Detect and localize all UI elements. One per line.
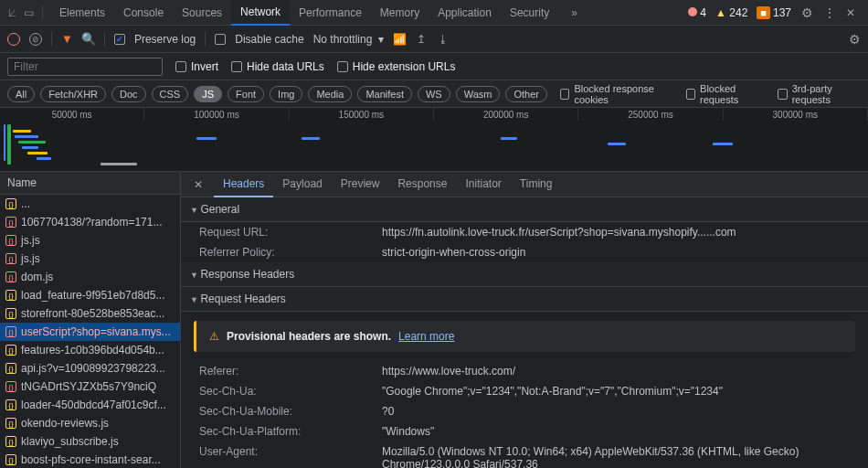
panel-tab-sources[interactable]: Sources: [173, 1, 231, 25]
blocked-cookies-checkbox[interactable]: [560, 89, 569, 100]
inspect-icon[interactable]: ⟀: [5, 6, 18, 19]
panel-tab-console[interactable]: Console: [114, 1, 173, 25]
upload-icon[interactable]: ↥: [415, 33, 428, 46]
type-filter-wasm[interactable]: Wasm: [456, 86, 501, 102]
network-settings-icon[interactable]: ⚙: [848, 33, 861, 46]
panel-tab-performance[interactable]: Performance: [290, 1, 371, 25]
type-filter-all[interactable]: All: [7, 86, 35, 102]
type-filter-font[interactable]: Font: [228, 86, 264, 102]
request-row[interactable]: {}js.js: [0, 250, 180, 268]
type-filter-other[interactable]: Other: [505, 86, 547, 102]
general-section-header[interactable]: General: [181, 197, 868, 222]
request-row[interactable]: {}storefront-80e528be853eac...: [0, 304, 180, 323]
type-filter-fetchxhr[interactable]: Fetch/XHR: [40, 86, 106, 102]
type-filter-media[interactable]: Media: [308, 86, 352, 102]
request-headers-section-header[interactable]: Request Headers: [181, 287, 868, 312]
detail-tab-headers[interactable]: Headers: [214, 172, 273, 197]
download-icon[interactable]: ⭳: [437, 33, 450, 46]
resource-icon: {}: [5, 454, 16, 465]
device-toggle-icon[interactable]: ▭: [22, 6, 35, 19]
disable-cache-checkbox[interactable]: [215, 34, 226, 45]
waterfall-overview[interactable]: 50000 ms100000 ms150000 ms200000 ms25000…: [0, 108, 868, 172]
type-filter-img[interactable]: Img: [270, 86, 302, 102]
request-name: js.js: [21, 252, 40, 265]
messages-indicator[interactable]: ■137: [757, 6, 791, 19]
request-row[interactable]: {}api.js?v=109089923798223...: [0, 359, 180, 378]
timeline-tick: 250000 ms: [578, 108, 723, 121]
request-row[interactable]: {}klaviyo_subscribe.js: [0, 432, 180, 451]
divider: [51, 32, 52, 47]
warning-icon: ⚠: [209, 330, 219, 343]
waterfall-body: [0, 121, 868, 172]
kebab-icon[interactable]: ⋮: [822, 6, 835, 19]
network-main: Name {}...{}1067704138/?random=171...{}j…: [0, 172, 868, 468]
request-row[interactable]: {}loader-450dbdcd47af01c9cf...: [0, 396, 180, 414]
timeline-tick: 50000 ms: [0, 108, 144, 121]
resource-icon: {}: [5, 418, 16, 429]
request-row[interactable]: {}features-1c0b396bd4d054b...: [0, 341, 180, 359]
blocked-requests-checkbox[interactable]: [686, 89, 695, 100]
request-name: klaviyo_subscribe.js: [21, 435, 119, 448]
hide-data-checkbox[interactable]: [231, 61, 242, 72]
banner-text: Provisional headers are shown.: [227, 330, 391, 343]
request-row[interactable]: {}tNGADrtSYJZXb5s7Y9nciQ: [0, 378, 180, 396]
request-row[interactable]: {}load_feature-9f951eb7d8d5...: [0, 286, 180, 304]
clear-button[interactable]: ⊘: [29, 33, 42, 46]
request-row[interactable]: {}boost-pfs-core-instant-sear...: [0, 451, 180, 468]
request-name: okendo-reviews.js: [21, 417, 109, 430]
type-filter-doc[interactable]: Doc: [111, 86, 146, 102]
close-icon[interactable]: ✕: [844, 6, 857, 19]
disable-cache-label: Disable cache: [235, 33, 303, 46]
request-header-row: Sec-Ch-Ua-Mobile:?0: [181, 401, 868, 421]
third-party-checkbox[interactable]: [778, 89, 787, 100]
panel-tab-memory[interactable]: Memory: [371, 1, 429, 25]
type-filter-css[interactable]: CSS: [152, 86, 189, 102]
response-headers-section-header[interactable]: Response Headers: [181, 262, 868, 287]
request-row[interactable]: {}dom.js: [0, 268, 180, 286]
resource-icon: {}: [5, 253, 16, 264]
request-row[interactable]: {}1067704138/?random=171...: [0, 213, 180, 231]
request-row[interactable]: {}userScript?shop=sivana.mys...: [0, 323, 180, 341]
timeline-tick: 150000 ms: [290, 108, 434, 121]
panel-tab-application[interactable]: Application: [429, 1, 501, 25]
preserve-log-label: Preserve log: [134, 33, 196, 46]
filter-input[interactable]: [7, 58, 163, 76]
request-row[interactable]: {}okendo-reviews.js: [0, 414, 180, 432]
name-column-header[interactable]: Name: [0, 172, 180, 195]
panel-tab-network[interactable]: Network: [231, 0, 290, 26]
record-button[interactable]: [7, 33, 20, 46]
panel-tab-security[interactable]: Security: [501, 1, 558, 25]
detail-tab-response[interactable]: Response: [388, 172, 456, 197]
request-list: Name {}...{}1067704138/?random=171...{}j…: [0, 172, 181, 468]
blocked-cookies-label: Blocked response cookies: [574, 83, 672, 105]
type-filter-js[interactable]: JS: [194, 86, 222, 102]
third-party-label: 3rd-party requests: [792, 83, 861, 105]
learn-more-link[interactable]: Learn more: [398, 330, 454, 343]
devtools-top-bar: ⟀ ▭ ElementsConsoleSourcesNetworkPerform…: [0, 0, 868, 26]
filter-icon[interactable]: ▼: [61, 32, 73, 46]
invert-checkbox[interactable]: [175, 61, 186, 72]
panel-tab-elements[interactable]: Elements: [50, 1, 114, 25]
type-filter-ws[interactable]: WS: [418, 86, 450, 102]
throttling-select[interactable]: No throttling ▾: [313, 33, 384, 46]
gear-icon[interactable]: ⚙: [800, 6, 813, 19]
detail-tab-timing[interactable]: Timing: [511, 172, 562, 197]
preserve-log-checkbox[interactable]: [114, 34, 125, 45]
type-filter-manifest[interactable]: Manifest: [357, 86, 412, 102]
referrer-policy-row: Referrer Policy:strict-origin-when-cross…: [181, 242, 868, 262]
request-row[interactable]: {}...: [0, 195, 180, 213]
wifi-icon[interactable]: 📶: [393, 33, 406, 46]
hide-ext-label: Hide extension URLs: [353, 60, 456, 73]
detail-tab-preview[interactable]: Preview: [332, 172, 389, 197]
request-row[interactable]: {}js.js: [0, 231, 180, 250]
search-icon[interactable]: 🔍: [82, 33, 95, 46]
detail-tab-payload[interactable]: Payload: [273, 172, 331, 197]
warnings-indicator[interactable]: ▲ 242: [715, 6, 747, 19]
request-name: 1067704138/?random=171...: [21, 216, 162, 229]
request-name: features-1c0b396bd4d054b...: [21, 344, 164, 356]
close-detail-icon[interactable]: ✕: [186, 178, 210, 191]
detail-tab-initiator[interactable]: Initiator: [456, 172, 510, 197]
hide-ext-checkbox[interactable]: [337, 61, 348, 72]
more-tabs-icon[interactable]: »: [562, 1, 587, 25]
errors-indicator[interactable]: 4: [688, 6, 706, 19]
